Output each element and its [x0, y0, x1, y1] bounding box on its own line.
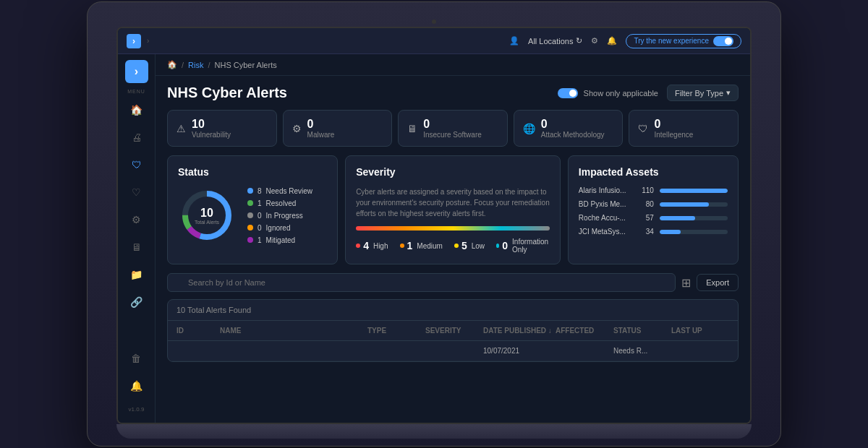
vulnerability-count: 10 [192, 118, 231, 131]
low-dot [454, 244, 459, 248]
impacted-bar-bg-1 [660, 202, 728, 207]
insecure-count: 0 [423, 118, 482, 131]
legend-resolved: 1 Resolved [247, 199, 312, 207]
search-wrapper: 🔍 [167, 273, 676, 292]
sidebar-logo[interactable]: › [125, 60, 148, 83]
sidebar-item-settings[interactable]: ⚙ [125, 208, 148, 231]
mitigated-label: Mitigated [266, 236, 296, 244]
impacted-bar-1 [660, 202, 709, 207]
status-donut: 10 Total Alerts [178, 186, 236, 244]
breadcrumb-separator-2: / [208, 61, 210, 69]
sidebar-item-shield[interactable]: 🛡 [125, 153, 148, 176]
location-label: All Locations [528, 37, 573, 46]
impacted-list: Alaris Infusio... 110 BD Pyxis Me... 80 [579, 186, 728, 236]
sidebar-item-print[interactable]: 🖨 [125, 126, 148, 149]
show-applicable-toggle[interactable]: Show only applicable [558, 88, 658, 98]
sidebar-item-folder[interactable]: 📁 [125, 263, 148, 286]
malware-count: 0 [307, 118, 335, 131]
ignored-dot [247, 225, 253, 231]
sidebar-item-heart[interactable]: ♡ [125, 181, 148, 204]
legend-in-progress: 0 In Progress [247, 212, 312, 220]
impacted-item-2: Roche Accu-... 57 [579, 214, 728, 222]
sidebar-item-bell[interactable]: 🔔 [124, 374, 148, 397]
high-count: 4 [363, 240, 369, 251]
attack-icon: 🌐 [523, 123, 535, 134]
legend-needs-review: 8 Needs Review [247, 187, 312, 195]
search-row: 🔍 ⊞ Export [167, 273, 739, 292]
try-new-toggle[interactable] [713, 36, 733, 46]
breadcrumb: 🏠 / Risk / NHS Cyber Alerts [156, 54, 750, 76]
alert-card-malware[interactable]: ⚙ 0 Malware [283, 110, 393, 147]
high-label: High [373, 242, 388, 250]
resolved-label: Resolved [266, 199, 297, 207]
filter-by-type-button[interactable]: Filter By Type ▾ [667, 85, 739, 101]
impacted-title: Impacted Assets [579, 166, 728, 178]
show-applicable-label: Show only applicable [584, 89, 658, 98]
impacted-count-label-3: 34 [637, 228, 654, 236]
severity-description: Cyber alerts are assigned a severity bas… [356, 186, 550, 219]
col-type: Type [367, 327, 425, 335]
alert-card-vulnerability[interactable]: ⚠ 10 Vulnerability [167, 110, 277, 147]
table-total: 10 Total Alerts Found [168, 300, 738, 321]
sidebar-item-home[interactable]: 🏠 [125, 98, 148, 121]
row-affected [556, 347, 613, 355]
sidebar-item-monitor[interactable]: 🖥 [125, 236, 148, 259]
malware-label: Malware [307, 131, 335, 139]
user-icon[interactable]: 👤 [509, 36, 519, 46]
page-header: NHS Cyber Alerts Show only applicable Fi… [167, 85, 739, 101]
col-status: Status [613, 327, 671, 335]
breadcrumb-separator-1: / [182, 61, 184, 69]
insecure-software-icon: 🖥 [407, 123, 417, 134]
legend-ignored: 0 Ignored [247, 224, 312, 232]
medium-label: Medium [417, 242, 443, 250]
impacted-name-0: Alaris Infusio... [579, 186, 631, 194]
chevron-right-icon: › [147, 37, 149, 45]
main-content: 🏠 / Risk / NHS Cyber Alerts NHS Cyber Al… [156, 54, 750, 423]
legend-mitigated: 1 Mitigated [247, 236, 312, 244]
try-new-label: Try the new experience [634, 37, 709, 45]
export-button[interactable]: Export [697, 274, 739, 291]
alert-card-insecure[interactable]: 🖥 0 Insecure Software [398, 110, 508, 147]
info-dot [496, 244, 499, 248]
location-selector[interactable]: All Locations ↻ [528, 36, 582, 46]
row-name [220, 347, 367, 355]
app-logo-small: › [127, 34, 141, 48]
malware-icon: ⚙ [292, 123, 302, 134]
severity-bar [356, 226, 550, 231]
low-count: 5 [461, 240, 467, 251]
medium-count: 1 [407, 240, 413, 251]
impacted-bar-bg-0 [660, 189, 728, 193]
refresh-icon: ↻ [576, 36, 582, 46]
filter-label: Filter By Type [675, 89, 723, 98]
columns-icon[interactable]: ⊞ [681, 276, 691, 290]
info-count: 0 [502, 240, 508, 251]
search-input[interactable] [167, 273, 676, 292]
resolved-count: 1 [258, 199, 262, 207]
try-new-button[interactable]: Try the new experience [626, 34, 741, 48]
alert-card-attack[interactable]: 🌐 0 Attack Methodology [514, 110, 624, 147]
severity-low: 5 Low [454, 238, 485, 254]
settings-icon[interactable]: ⚙ [591, 36, 598, 46]
impacted-item-3: JCI MetaSys... 34 [579, 228, 728, 236]
status-title: Status [178, 166, 327, 178]
alerts-table: 10 Total Alerts Found Id Name Type Sever… [167, 299, 739, 362]
intelligence-icon: 🛡 [638, 123, 648, 134]
impacted-bar-3 [660, 230, 681, 234]
alert-card-intelligence[interactable]: 🛡 0 Intellegence [629, 110, 739, 147]
mitigated-dot [247, 237, 253, 243]
impacted-count-label-0: 110 [637, 186, 654, 194]
vulnerability-icon: ⚠ [176, 123, 186, 134]
impacted-count-label-2: 57 [637, 214, 654, 222]
table-row[interactable]: 10/07/2021 Needs R... [168, 341, 738, 361]
sidebar-item-link[interactable]: 🔗 [125, 290, 148, 314]
applicable-toggle[interactable] [558, 88, 578, 98]
sidebar-item-trash[interactable]: 🗑 [124, 347, 148, 370]
impacted-name-1: BD Pyxis Me... [579, 200, 631, 208]
alert-cards: ⚠ 10 Vulnerability ⚙ 0 Malware [167, 110, 739, 147]
bell-icon[interactable]: 🔔 [607, 36, 617, 46]
breadcrumb-risk[interactable]: Risk [188, 61, 203, 69]
home-icon[interactable]: 🏠 [167, 60, 177, 69]
page-title: NHS Cyber Alerts [167, 85, 287, 101]
impacted-item-0: Alaris Infusio... 110 [579, 186, 728, 194]
mitigated-count: 1 [258, 236, 262, 244]
